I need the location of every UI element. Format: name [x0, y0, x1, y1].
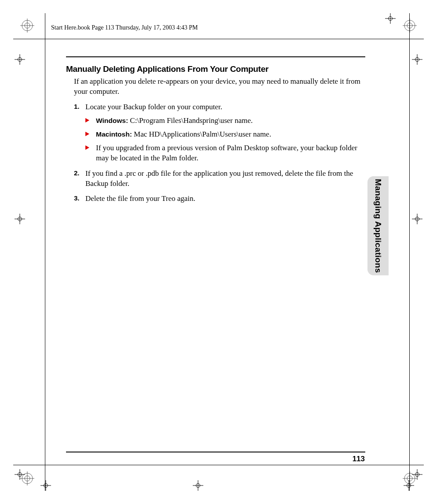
step-text: Locate your Backup folder on your comput… [85, 103, 222, 111]
bullet-label: Windows: [96, 117, 128, 124]
crop-rule [409, 13, 410, 491]
registration-mark-icon [20, 19, 34, 33]
step-item: 1. Locate your Backup folder on your com… [74, 102, 365, 163]
section-heading: Manually Deleting Applications From Your… [66, 64, 365, 74]
crop-rule [13, 465, 424, 465]
bullet-item: Macintosh: Mac HD\Applications\Palm\User… [85, 130, 365, 140]
crosshair-icon [404, 480, 414, 491]
step-number: 1. [74, 102, 80, 111]
crosshair-icon [412, 54, 422, 65]
step-text: Delete the file from your Treo again. [85, 194, 195, 203]
bullet-item: If you upgraded from a previous version … [85, 143, 365, 163]
bullet-text: C:\Program Files\Handspring\user name. [128, 116, 253, 125]
crop-rule [45, 13, 45, 491]
crosshair-icon [15, 469, 25, 480]
crosshair-icon [412, 469, 422, 480]
crosshair-icon [385, 13, 396, 24]
section-thumb-tab: Managing Applications [367, 176, 389, 275]
page-number: 113 [353, 455, 365, 463]
step-item: 3. Delete the file from your Treo again. [74, 194, 365, 204]
bullet-text: If you upgraded from a previous version … [96, 144, 357, 162]
step-number: 2. [74, 169, 80, 178]
step-list: 1. Locate your Backup folder on your com… [66, 102, 365, 204]
framemaker-header: Start Here.book Page 113 Thursday, July … [51, 24, 198, 31]
crosshair-icon [40, 480, 51, 491]
step-item: 2. If you find a .prc or .pdb file for t… [74, 169, 365, 189]
crosshair-icon [15, 54, 25, 65]
thumb-tab-label: Managing Applications [373, 179, 383, 273]
registration-mark-icon [403, 19, 417, 33]
bullet-text: Mac HD\Applications\Palm\Users\user name… [132, 130, 271, 138]
bullet-item: Windows: C:\Program Files\Handspring\use… [85, 116, 365, 126]
bullet-label: Macintosh: [96, 130, 132, 138]
step-number: 3. [74, 194, 80, 203]
page-content: Manually Deleting Applications From Your… [66, 56, 365, 204]
crosshair-icon [193, 480, 203, 491]
crosshair-icon [412, 214, 422, 224]
intro-paragraph: If an application you delete re-appears … [66, 77, 365, 97]
crosshair-icon [15, 214, 25, 224]
crop-rule [13, 39, 424, 39]
content-bottom-rule [66, 452, 365, 452]
bullet-list: Windows: C:\Program Files\Handspring\use… [85, 116, 365, 163]
document-page: Start Here.book Page 113 Thursday, July … [0, 0, 437, 504]
step-text: If you find a .prc or .pdb file for the … [85, 169, 353, 188]
